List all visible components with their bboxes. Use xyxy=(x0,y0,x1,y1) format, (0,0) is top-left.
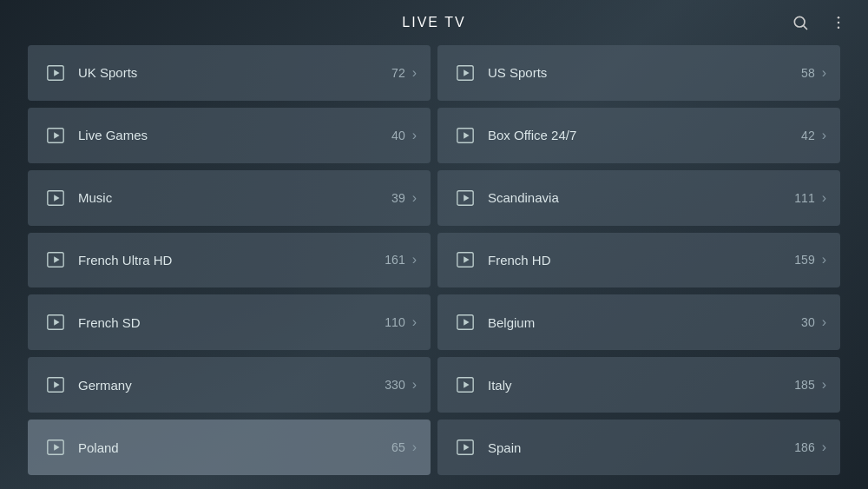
channel-item-french-sd[interactable]: French SD 110 › xyxy=(28,294,431,350)
channel-play-icon xyxy=(42,59,69,87)
channel-count: 330 xyxy=(385,378,404,392)
more-button[interactable] xyxy=(823,7,854,38)
play-icon xyxy=(46,188,65,208)
svg-marker-20 xyxy=(464,257,469,263)
chevron-right-icon: › xyxy=(412,128,417,143)
play-icon xyxy=(456,126,475,145)
play-icon xyxy=(456,63,475,83)
play-icon xyxy=(456,313,475,332)
channel-count: 185 xyxy=(794,378,814,392)
channel-grid: UK Sports 72 › US Sports 58 › Live Games… xyxy=(0,45,868,489)
channel-count: 111 xyxy=(794,191,814,205)
channel-play-icon xyxy=(42,184,69,212)
channel-item-french-hd[interactable]: French HD 159 › xyxy=(437,233,840,288)
play-icon xyxy=(456,438,475,457)
channel-name: French SD xyxy=(78,315,385,330)
channel-play-icon xyxy=(451,184,479,212)
channel-item-music[interactable]: Music 39 › xyxy=(28,170,431,226)
channel-item-live-games[interactable]: Live Games 40 › xyxy=(28,108,431,163)
channel-item-box-office[interactable]: Box Office 24/7 42 › xyxy=(437,108,840,163)
channel-play-icon xyxy=(42,246,69,274)
channel-name: Italy xyxy=(488,378,794,393)
svg-point-0 xyxy=(794,17,805,27)
search-icon xyxy=(792,14,809,31)
channel-count: 159 xyxy=(794,253,814,267)
play-icon xyxy=(46,63,65,83)
app-container: LIVE TV UK S xyxy=(0,0,868,489)
channel-name: Belgium xyxy=(488,315,801,330)
svg-marker-6 xyxy=(54,69,59,76)
play-icon xyxy=(46,250,65,269)
header: LIVE TV xyxy=(0,0,868,45)
channel-play-icon xyxy=(42,433,69,461)
channel-play-icon xyxy=(42,122,69,149)
svg-point-4 xyxy=(838,27,840,30)
channel-count: 40 xyxy=(391,129,405,142)
chevron-right-icon: › xyxy=(822,252,826,268)
channel-count: 58 xyxy=(801,66,815,80)
chevron-right-icon: › xyxy=(822,377,826,393)
header-actions xyxy=(785,7,854,38)
svg-point-2 xyxy=(838,17,840,19)
channel-item-spain[interactable]: Spain 186 › xyxy=(437,420,840,475)
svg-marker-22 xyxy=(54,320,59,326)
channel-count: 30 xyxy=(801,315,815,329)
chevron-right-icon: › xyxy=(822,314,826,330)
chevron-right-icon: › xyxy=(412,252,417,268)
channel-name: US Sports xyxy=(488,65,801,80)
channel-count: 39 xyxy=(391,191,405,205)
channel-name: Poland xyxy=(78,440,391,455)
channel-item-italy[interactable]: Italy 185 › xyxy=(437,357,840,413)
play-icon xyxy=(46,375,65,394)
svg-marker-14 xyxy=(54,195,59,201)
channel-play-icon xyxy=(42,308,69,336)
play-icon xyxy=(456,188,475,208)
channel-name: Scandinavia xyxy=(488,190,794,205)
chevron-right-icon: › xyxy=(822,128,826,143)
svg-marker-24 xyxy=(464,320,469,326)
chevron-right-icon: › xyxy=(412,314,417,330)
play-icon xyxy=(46,313,65,332)
channel-item-belgium[interactable]: Belgium 30 › xyxy=(437,294,840,350)
svg-point-3 xyxy=(838,22,840,24)
channel-count: 161 xyxy=(385,253,404,267)
channel-item-us-sports[interactable]: US Sports 58 › xyxy=(437,45,840,101)
play-icon xyxy=(46,126,65,145)
channel-play-icon xyxy=(42,371,69,399)
channel-name: Live Games xyxy=(78,128,391,142)
channel-play-icon xyxy=(451,433,479,461)
play-icon xyxy=(456,250,475,269)
channel-item-poland[interactable]: Poland 65 › xyxy=(28,420,431,475)
channel-item-germany[interactable]: Germany 330 › xyxy=(28,357,431,413)
channel-play-icon xyxy=(451,122,479,149)
channel-name: Box Office 24/7 xyxy=(488,128,801,142)
svg-marker-26 xyxy=(54,382,59,388)
svg-marker-12 xyxy=(464,132,469,138)
channel-item-uk-sports[interactable]: UK Sports 72 › xyxy=(28,45,431,101)
channel-item-french-ultra-hd[interactable]: French Ultra HD 161 › xyxy=(28,233,431,288)
chevron-right-icon: › xyxy=(412,190,417,206)
svg-marker-30 xyxy=(54,444,59,450)
channel-play-icon xyxy=(451,246,479,274)
play-icon xyxy=(456,375,475,394)
channel-count: 72 xyxy=(391,66,405,80)
channel-name: French Ultra HD xyxy=(78,253,385,268)
channel-play-icon xyxy=(451,371,479,399)
chevron-right-icon: › xyxy=(822,190,826,206)
channel-count: 186 xyxy=(794,440,814,454)
search-button[interactable] xyxy=(785,7,816,38)
chevron-right-icon: › xyxy=(412,439,417,455)
channel-item-scandinavia[interactable]: Scandinavia 111 › xyxy=(437,170,840,226)
svg-marker-10 xyxy=(54,132,59,138)
channel-count: 42 xyxy=(801,129,815,142)
chevron-right-icon: › xyxy=(412,377,417,393)
chevron-right-icon: › xyxy=(822,439,826,455)
chevron-right-icon: › xyxy=(822,65,826,81)
svg-marker-32 xyxy=(464,444,469,450)
channel-play-icon xyxy=(451,308,479,336)
svg-marker-16 xyxy=(464,195,469,201)
svg-marker-28 xyxy=(464,382,469,388)
channel-count: 65 xyxy=(391,440,405,454)
channel-name: Spain xyxy=(488,440,794,455)
chevron-right-icon: › xyxy=(412,65,417,81)
